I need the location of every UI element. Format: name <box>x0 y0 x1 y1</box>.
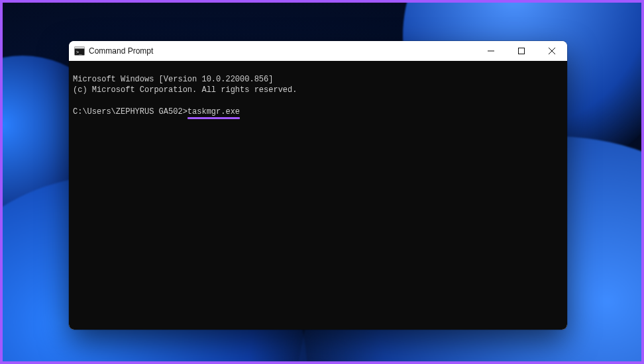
close-button[interactable] <box>537 41 567 61</box>
titlebar[interactable]: >_ Command Prompt <box>69 41 567 61</box>
command-highlight-underline <box>188 117 240 119</box>
terminal-output-line: Microsoft Windows [Version 10.0.22000.85… <box>73 75 273 84</box>
window-title: Command Prompt <box>89 46 153 56</box>
terminal-prompt: C:\Users\ZEPHYRUS GA502> <box>73 107 188 116</box>
desktop-wallpaper: >_ Command Prompt Micr <box>3 3 641 361</box>
command-prompt-icon: >_ <box>74 46 85 56</box>
svg-rect-1 <box>75 47 85 49</box>
terminal-output-line: (c) Microsoft Corporation. All rights re… <box>73 85 297 95</box>
terminal-area[interactable]: Microsoft Windows [Version 10.0.22000.85… <box>69 61 567 330</box>
terminal-typed-command: taskmgr.exe <box>188 107 240 116</box>
command-prompt-window: >_ Command Prompt Micr <box>69 41 567 330</box>
window-controls <box>476 41 567 61</box>
svg-text:>_: >_ <box>76 50 82 55</box>
svg-rect-4 <box>519 48 525 54</box>
minimize-button[interactable] <box>476 41 506 61</box>
maximize-button[interactable] <box>506 41 537 61</box>
